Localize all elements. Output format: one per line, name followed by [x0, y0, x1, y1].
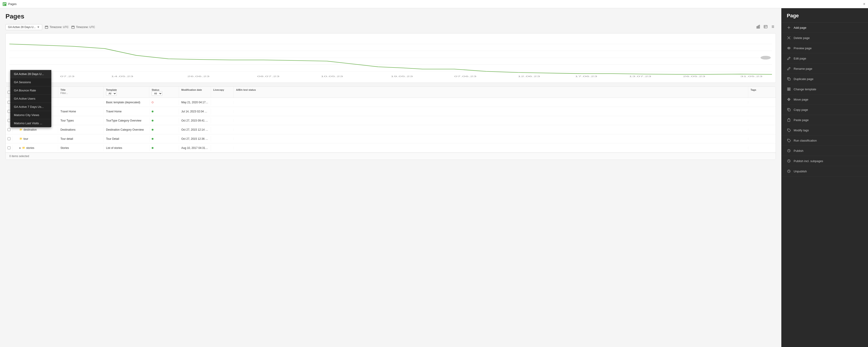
row-checkbox-4[interactable] — [6, 127, 12, 132]
svg-text:14.05.23: 14.05.23 — [111, 75, 133, 77]
panel-item-edit-page[interactable]: Edit page — [781, 53, 868, 64]
status-live-icon — [152, 111, 154, 113]
svg-rect-38 — [788, 109, 790, 111]
row-livecopy-3 — [211, 119, 234, 122]
table-row: ▶ 📁 stories Stories List of stories Aug … — [6, 144, 776, 153]
svg-text:10.05.23: 10.05.23 — [321, 75, 343, 77]
row-template-4: Destination Category Overview — [104, 127, 149, 133]
panel-item-change-template[interactable]: Change template — [781, 84, 868, 94]
panel-item-move-page[interactable]: Move page — [781, 94, 868, 105]
modify-tags-label: Modify tags — [794, 129, 809, 132]
unpublish-label: Unpublish — [794, 169, 807, 173]
publish-icon — [787, 149, 791, 153]
row-status-5 — [149, 136, 179, 142]
timezone1-button[interactable]: Timezone: UTC — [45, 26, 69, 29]
row-tags-1 — [748, 101, 776, 104]
row-livecopy-2 — [211, 110, 234, 113]
svg-point-26 — [761, 56, 771, 60]
change-template-label: Change template — [794, 88, 816, 91]
th-modification: Modification date — [179, 87, 211, 98]
pages-app-icon — [3, 2, 6, 6]
pages-table: Page Title Template All Status — [5, 86, 776, 160]
th-title: Title — [58, 87, 104, 98]
svg-text:12.06.23: 12.06.23 — [518, 75, 540, 77]
eye-icon — [787, 46, 791, 50]
controls-row: GA Active 28 Days U... Timezone: UTC Tim… — [5, 24, 776, 31]
bar-chart-view-button[interactable] — [755, 24, 761, 31]
tag-icon — [787, 128, 791, 132]
timezone2-button[interactable]: Timezone: UTC — [71, 26, 95, 29]
app-title: Pages — [8, 2, 17, 6]
close-button[interactable]: × — [863, 2, 865, 6]
row-status-3 — [149, 118, 179, 124]
th-status-label: Status — [152, 89, 177, 91]
row-page-name-5: tour — [24, 137, 28, 140]
panel-item-paste-page[interactable]: Paste page — [781, 115, 868, 125]
status-filter-select[interactable]: All — [152, 91, 162, 96]
template-filter-select[interactable]: All — [106, 91, 117, 96]
dropdown-item-ga-active-users[interactable]: GA Active Users — [10, 95, 51, 103]
dropdown-item-matomo-last-visits[interactable]: Matomo Last Visits ... — [10, 119, 51, 127]
row-checkbox-5[interactable] — [6, 136, 12, 141]
row-abntest-2 — [234, 110, 748, 113]
status-live-icon — [152, 129, 154, 131]
table-view-button[interactable] — [763, 24, 769, 31]
panel-item-publish[interactable]: Publish — [781, 146, 868, 156]
row-tags-2 — [748, 110, 776, 113]
row-page-4: 📁 destination — [12, 127, 58, 133]
publish-subpages-icon — [787, 159, 791, 163]
row-title-5: Tour detail — [58, 136, 104, 142]
row-modification-2: Jul 14, 2023 02:04 AM — [179, 108, 211, 115]
plus-icon — [787, 26, 791, 30]
svg-rect-3 — [45, 26, 48, 29]
svg-rect-35 — [789, 88, 790, 89]
panel-item-delete-page[interactable]: Delete page — [781, 33, 868, 43]
dropdown-item-ga-sessions[interactable]: GA Sessions — [10, 78, 51, 86]
svg-rect-5 — [757, 27, 757, 28]
dropdown-item-ga-active-28[interactable]: GA Active 28 Days U... — [10, 70, 51, 78]
th-template-label: Template — [106, 89, 147, 91]
panel-items-list: Add page Delete page Preview page — [781, 23, 868, 347]
copy-icon — [787, 107, 791, 112]
dropdown-item-matomo-city-views[interactable]: Matomo City Views — [10, 111, 51, 119]
folder-icon: 📁 — [22, 146, 25, 149]
top-bar: Pages × — [0, 0, 868, 8]
row-livecopy-5 — [211, 137, 234, 140]
content-area: Pages GA Active 28 Days U... Timezone: U… — [0, 8, 781, 347]
metric-dropdown[interactable]: GA Active 28 Days U... — [5, 24, 42, 30]
panel-item-modify-tags[interactable]: Modify tags — [781, 125, 868, 135]
preview-page-label: Preview page — [794, 46, 812, 50]
row-tags-4 — [748, 128, 776, 131]
title-filter-input[interactable] — [60, 91, 101, 95]
panel-item-publish-subpages[interactable]: Publish incl. subpages — [781, 156, 868, 166]
list-view-button[interactable] — [770, 24, 776, 31]
table-row: 📁 marketing-form-sample Basic template (… — [6, 98, 776, 107]
dropdown-item-ga-bounce-rate[interactable]: GA Bounce Rate — [10, 86, 51, 95]
panel-item-run-classification[interactable]: Run classification — [781, 135, 868, 146]
panel-item-duplicate-page[interactable]: Duplicate page — [781, 74, 868, 84]
row-modification-3: Oct 27, 2015 09:41 AM — [179, 118, 211, 124]
unpublish-icon — [787, 169, 791, 173]
row-template-6: List of stories — [104, 145, 149, 151]
main-layout: Pages GA Active 28 Days U... Timezone: U… — [0, 8, 868, 347]
table-row: 📁 tour Tour detail Tour Detail Oct 27, 2… — [6, 134, 776, 144]
expand-icon[interactable]: ▶ — [20, 147, 21, 149]
dropdown-item-ga-active-7days[interactable]: GA Active 7 Days Us... — [10, 103, 51, 111]
panel-item-add-page[interactable]: Add page — [781, 23, 868, 33]
svg-rect-33 — [788, 78, 790, 80]
svg-text:07.23: 07.23 — [60, 75, 74, 77]
timezone2-label: Timezone: UTC — [76, 26, 95, 29]
row-template-1: Basic template (deprecated) — [104, 99, 149, 105]
panel-item-unpublish[interactable]: Unpublish — [781, 166, 868, 177]
row-template-2: Travel Home — [104, 108, 149, 115]
panel-item-copy-page[interactable]: Copy page — [781, 105, 868, 115]
row-title-4: Destinations — [58, 127, 104, 133]
row-checkbox-6[interactable] — [6, 145, 12, 151]
row-status-4 — [149, 127, 179, 133]
row-title-1 — [58, 101, 104, 104]
row-livecopy-1 — [211, 101, 234, 104]
row-abntest-5 — [234, 137, 748, 140]
panel-item-rename-page[interactable]: Rename page — [781, 64, 868, 74]
table-row: ▼ 📁 travel € Travel Home Travel Home Jul… — [6, 107, 776, 116]
panel-item-preview-page[interactable]: Preview page — [781, 43, 868, 53]
